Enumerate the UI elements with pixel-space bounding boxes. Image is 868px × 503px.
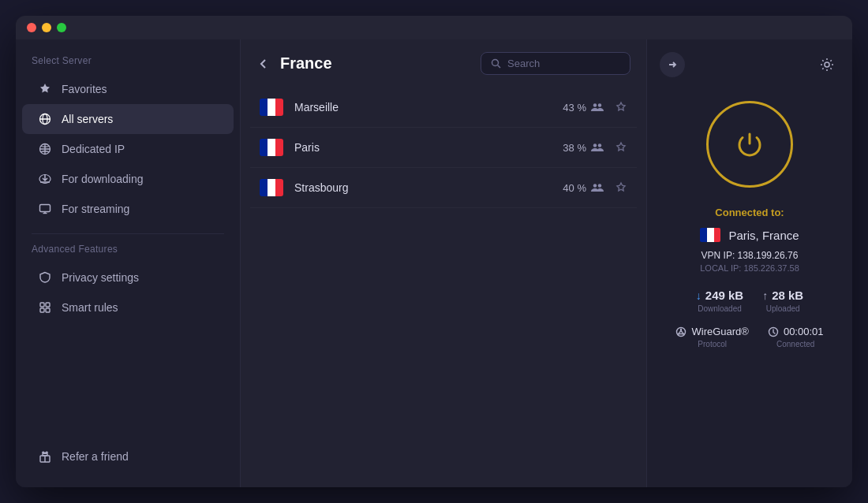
svg-line-18 — [498, 65, 501, 69]
server-name: Strasbourg — [294, 181, 552, 194]
people-icon — [591, 183, 604, 192]
right-panel: Connected to: Paris, France VPN IP: 138.… — [647, 39, 852, 487]
people-icon — [591, 102, 604, 112]
search-icon — [491, 58, 501, 69]
paris-flag — [260, 139, 283, 156]
search-box[interactable] — [481, 52, 630, 75]
sidebar-item-all-servers-label: All servers — [62, 113, 113, 125]
sidebar-item-dedicated-ip-label: Dedicated IP — [62, 143, 125, 155]
sidebar-item-favorites[interactable]: Favorites — [22, 74, 234, 104]
connected-time: 00:00:01 — [784, 326, 824, 337]
panel-title: France — [280, 54, 471, 73]
svg-line-32 — [681, 330, 683, 333]
right-panel-top — [660, 52, 840, 77]
download-icon — [38, 172, 52, 186]
sidebar-item-dedicated-ip[interactable]: Dedicated IP — [22, 134, 234, 164]
server-load: 38 % — [563, 142, 604, 154]
svg-point-17 — [492, 60, 499, 66]
location-name: Paris, France — [728, 229, 799, 242]
power-button[interactable] — [706, 101, 793, 188]
upload-label: Uploaded — [766, 304, 800, 313]
server-load: 43 % — [563, 102, 604, 114]
sidebar-item-for-downloading-label: For downloading — [62, 173, 144, 185]
svg-point-24 — [598, 184, 601, 187]
svg-point-20 — [598, 103, 601, 106]
svg-rect-11 — [46, 303, 50, 307]
vpn-ip: VPN IP: 138.199.26.76 — [700, 250, 799, 261]
protocol-value: WireGuard® — [691, 326, 748, 337]
download-stat: ↓ 249 kB Downloaded — [696, 289, 743, 313]
sidebar-item-for-streaming-label: For streaming — [62, 203, 129, 215]
sidebar-item-privacy-settings-label: Privacy settings — [62, 271, 139, 284]
server-panel: France — [241, 39, 647, 487]
strasbourg-flag — [260, 179, 283, 196]
svg-point-22 — [598, 143, 601, 147]
favorite-button[interactable] — [615, 181, 627, 194]
sidebar: Select Server Favorites — [16, 39, 241, 487]
advanced-features-label: Advanced Features — [16, 244, 240, 263]
svg-point-25 — [825, 62, 829, 67]
connected-flag — [700, 228, 720, 242]
app-window: Select Server Favorites — [16, 16, 852, 487]
search-input[interactable] — [507, 58, 620, 69]
sidebar-item-all-servers[interactable]: All servers — [22, 104, 234, 134]
star-icon — [38, 82, 52, 96]
upload-arrow-icon: ↑ — [762, 289, 768, 302]
favorite-button[interactable] — [615, 101, 627, 114]
navigate-button[interactable] — [660, 52, 685, 77]
protocol-icon — [675, 326, 687, 337]
sidebar-item-smart-rules[interactable]: Smart rules — [22, 292, 234, 322]
grid-icon — [38, 300, 52, 315]
svg-rect-7 — [40, 205, 51, 212]
sidebar-item-privacy-settings[interactable]: Privacy settings — [22, 263, 234, 292]
favorite-button[interactable] — [615, 141, 627, 154]
clock-icon — [768, 326, 779, 337]
minimize-button[interactable] — [42, 23, 51, 32]
ip-info: VPN IP: 138.199.26.76 LOCAL IP: 185.226.… — [700, 250, 799, 273]
fullscreen-button[interactable] — [57, 23, 66, 32]
sidebar-item-for-downloading[interactable]: For downloading — [22, 164, 234, 194]
upload-value: 28 kB — [772, 289, 803, 302]
traffic-lights — [27, 23, 66, 32]
svg-point-21 — [593, 143, 597, 147]
main-content: Select Server Favorites — [16, 39, 852, 487]
sidebar-item-for-streaming[interactable]: For streaming — [22, 194, 234, 224]
download-arrow-icon: ↓ — [696, 289, 702, 302]
sidebar-section-label: Select Server — [16, 55, 240, 74]
server-name: Paris — [294, 141, 552, 154]
table-row[interactable]: Paris 38 % — [250, 128, 637, 168]
stats-row: ↓ 249 kB Downloaded ↑ 28 kB Uploaded — [660, 289, 840, 313]
upload-stat: ↑ 28 kB Uploaded — [762, 289, 803, 313]
server-list: Marseille 43 % — [241, 88, 646, 487]
connected-label: Connected to: — [715, 207, 784, 218]
back-button[interactable] — [256, 57, 271, 71]
sidebar-item-refer-friend[interactable]: Refer a friend — [22, 442, 234, 471]
connected-location: Paris, France — [700, 228, 799, 242]
power-icon — [718, 113, 781, 176]
svg-point-23 — [593, 184, 597, 187]
protocol-label: Protocol — [698, 340, 727, 348]
sidebar-item-smart-rules-label: Smart rules — [62, 301, 118, 314]
connected-time-stat: 00:00:01 Connected — [768, 326, 824, 348]
connected-time-label: Connected — [776, 340, 814, 348]
server-name: Marseille — [294, 101, 552, 114]
server-load: 40 % — [563, 182, 604, 194]
server-panel-header: France — [241, 39, 646, 88]
gift-icon — [38, 449, 52, 464]
svg-point-28 — [680, 328, 682, 330]
svg-point-19 — [593, 103, 597, 106]
settings-button[interactable] — [814, 52, 840, 77]
protocol-row: WireGuard® Protocol 00:00:01 — [660, 326, 840, 348]
svg-rect-12 — [40, 308, 44, 312]
table-row[interactable]: Marseille 43 % — [250, 88, 637, 128]
close-button[interactable] — [27, 23, 36, 32]
svg-rect-13 — [46, 308, 50, 312]
table-row[interactable]: Strasbourg 40 % — [250, 168, 637, 208]
monitor-icon — [38, 202, 52, 216]
globe-icon — [38, 112, 52, 126]
globe-grid-icon — [38, 142, 52, 156]
sidebar-item-refer-friend-label: Refer a friend — [62, 450, 129, 463]
sidebar-divider — [32, 233, 224, 234]
marseille-flag — [260, 99, 283, 116]
download-value: 249 kB — [705, 289, 743, 302]
